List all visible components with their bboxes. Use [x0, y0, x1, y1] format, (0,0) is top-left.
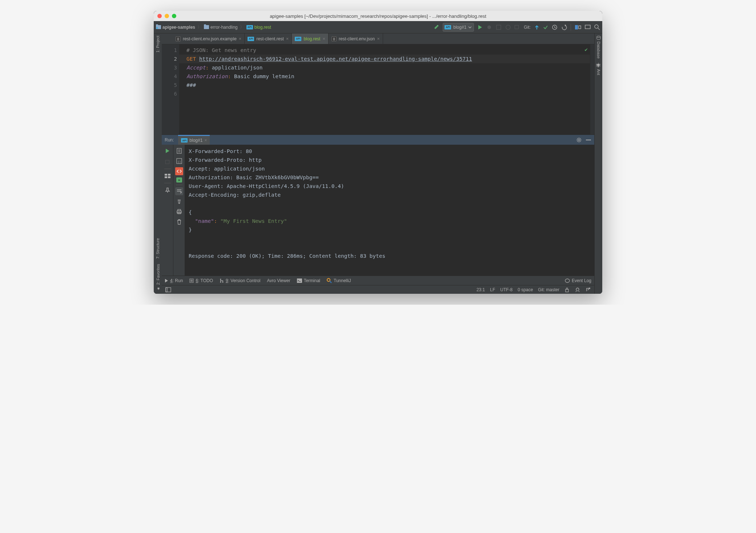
tab-rest-client-env-example[interactable]: {} rest-client.env.json.example ×: [173, 33, 245, 44]
svg-point-34: [565, 279, 570, 282]
git-history-icon[interactable]: [552, 24, 558, 30]
stop-icon[interactable]: [164, 158, 172, 166]
run-tab[interactable]: API blog#1 ×: [178, 135, 210, 145]
ant-tool[interactable]: 🕷 Ant: [596, 61, 601, 77]
inspection-ok-icon[interactable]: ✔: [585, 45, 588, 54]
coverage-icon[interactable]: [496, 24, 502, 30]
scroll-to-end-icon[interactable]: [175, 197, 183, 205]
vcs-tool-button[interactable]: 9: Version Control9: Version Control: [220, 278, 260, 283]
line-separator[interactable]: LF: [490, 287, 495, 292]
json-view-icon[interactable]: { }: [175, 157, 183, 165]
gutter[interactable]: 1 2 3 4 5 6: [162, 44, 179, 135]
close-icon[interactable]: ×: [239, 36, 242, 41]
output-console[interactable]: X-Forwarded-Port: 80 X-Forwarded-Proto: …: [185, 145, 594, 276]
line-number[interactable]: 3: [162, 63, 177, 72]
tab-blog-rest[interactable]: API blog.rest ×: [292, 33, 329, 44]
http-url[interactable]: http://andreashirsch-96912-eval-test.api…: [199, 56, 472, 62]
line-number[interactable]: 6: [162, 89, 177, 98]
event-log-button[interactable]: Event Log: [565, 278, 591, 283]
svg-rect-13: [165, 176, 167, 178]
html-view-icon[interactable]: [175, 167, 183, 175]
tunnel-tool-button[interactable]: TunnelliJ: [327, 278, 351, 283]
search-icon[interactable]: [594, 24, 600, 30]
chevron-down-icon: [469, 26, 471, 29]
response-header: X-Forwarded-Port: 80: [189, 147, 594, 156]
window-close-icon[interactable]: [157, 14, 162, 18]
close-icon[interactable]: ×: [377, 36, 380, 41]
har-view-icon[interactable]: H: [176, 177, 182, 183]
database-tool[interactable]: Database: [596, 33, 601, 61]
line-number[interactable]: 5: [162, 81, 177, 89]
breadcrumb-folder[interactable]: error-handling: [210, 25, 238, 30]
line-number[interactable]: 4: [162, 72, 177, 81]
window-minimize-icon[interactable]: [165, 14, 169, 18]
goto-icon[interactable]: [586, 287, 591, 292]
response-header: Authorization: Basic ZHVtbXk6bGV0bWVpbg=…: [189, 173, 594, 182]
indent[interactable]: 0 space: [518, 287, 533, 292]
response-summary: Response code: 200 (OK); Time: 286ms; Co…: [189, 252, 594, 260]
print-icon[interactable]: [175, 208, 183, 216]
response-header: Accept: application/json: [189, 164, 594, 173]
svg-rect-37: [566, 289, 568, 292]
run-tool-header[interactable]: Run: API blog#1 ×: [162, 135, 594, 145]
structure-tool[interactable]: 7: Structure: [156, 236, 160, 261]
tab-rest-client-env-json[interactable]: {} rest-client.env.json ×: [329, 33, 383, 44]
line-number[interactable]: 1: [162, 46, 177, 55]
close-icon[interactable]: ×: [204, 138, 207, 143]
run-configuration-selector[interactable]: API blog#1: [443, 23, 474, 32]
pin-icon[interactable]: [164, 186, 172, 194]
close-icon[interactable]: ×: [322, 36, 325, 41]
doc-icon[interactable]: [175, 147, 183, 155]
rerun-icon[interactable]: [164, 147, 172, 155]
run-play-icon[interactable]: [478, 25, 483, 30]
avro-tool-button[interactable]: Avro Viewer: [267, 278, 290, 283]
editor[interactable]: 1 2 3 4 5 6 ✔ # JSON: Get news entry GET…: [162, 44, 594, 135]
gear-icon[interactable]: [576, 137, 582, 143]
close-icon[interactable]: ×: [286, 36, 289, 41]
caret-position[interactable]: 23:1: [476, 287, 485, 292]
header-value: application/json: [212, 65, 263, 71]
layout-icon[interactable]: [164, 172, 172, 180]
inspector-icon[interactable]: [575, 287, 580, 292]
favorites-tool[interactable]: ★2: Favorites: [156, 262, 160, 293]
titlebar[interactable]: apigee-samples [~/Dev/projects/mimacom_r…: [154, 11, 602, 21]
encoding[interactable]: UTF-8: [500, 287, 512, 292]
lock-icon[interactable]: [564, 287, 570, 292]
svg-rect-5: [575, 25, 578, 29]
presentation-icon[interactable]: [585, 25, 591, 30]
code-area[interactable]: ✔ # JSON: Get news entry GET http://andr…: [179, 44, 590, 135]
line-number[interactable]: 2: [162, 55, 177, 63]
breadcrumb-file[interactable]: blog.rest: [254, 25, 271, 30]
breadcrumb-root[interactable]: apigee-samples: [162, 25, 195, 30]
tool-windows-icon[interactable]: [165, 287, 171, 292]
hammer-build-icon[interactable]: [433, 24, 439, 30]
json-file-icon: {}: [331, 36, 337, 41]
debug-bug-icon[interactable]: [486, 24, 492, 30]
svg-rect-6: [579, 26, 581, 29]
svg-point-9: [578, 139, 580, 141]
soft-wrap-icon[interactable]: [175, 187, 183, 195]
git-update-icon[interactable]: [534, 25, 539, 30]
todo-tool-button[interactable]: 6: TODO6: TODO: [189, 278, 213, 283]
scrollbar[interactable]: [590, 44, 594, 135]
api-file-icon: API: [445, 25, 451, 29]
run-config-name: blog#1: [453, 25, 466, 30]
git-branch[interactable]: Git: master: [538, 287, 559, 292]
git-commit-icon[interactable]: [543, 25, 548, 30]
revert-icon[interactable]: [561, 24, 567, 30]
api-file-icon: API: [248, 37, 254, 41]
svg-rect-14: [168, 176, 170, 178]
profiler-icon[interactable]: [505, 24, 511, 30]
structure-popup-icon[interactable]: [575, 25, 581, 30]
terminal-tool-button[interactable]: Terminal: [297, 278, 320, 283]
code-separator: ###: [186, 81, 590, 89]
run-tool-button[interactable]: 4: Run4: Run: [165, 278, 183, 283]
tab-rest-client-rest[interactable]: API rest-client.rest ×: [245, 33, 292, 44]
project-tool[interactable]: 1: Project: [156, 33, 160, 55]
window-zoom-icon[interactable]: [172, 14, 176, 18]
trash-icon[interactable]: [175, 218, 183, 226]
main-toolbar: apigee-samples 〉 error-handling 〉 APIblo…: [154, 21, 602, 33]
hide-icon[interactable]: [586, 138, 591, 142]
stop-icon[interactable]: [515, 25, 519, 29]
breadcrumb[interactable]: apigee-samples 〉 error-handling 〉 APIblo…: [156, 24, 271, 30]
